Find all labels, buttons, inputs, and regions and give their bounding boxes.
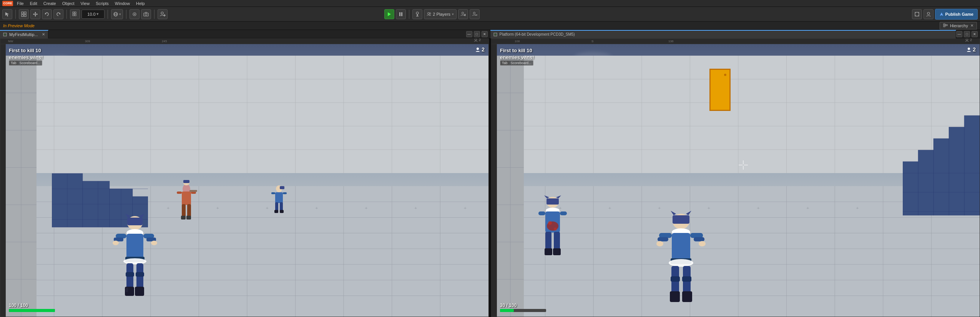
svg-rect-230	[545, 248, 552, 255]
world-button[interactable]: ▾	[111, 9, 123, 19]
account-button[interactable]	[924, 9, 933, 19]
menu-view[interactable]: View	[80, 1, 91, 6]
svg-point-242	[669, 259, 693, 267]
svg-rect-126	[183, 180, 189, 183]
grid-size-input[interactable]: 10.0 ▾	[81, 10, 105, 19]
viewport2-scene[interactable]: + + + + + + + + + +	[497, 44, 980, 317]
viewport2-hud-text: First to kill 10 enemies wins!	[500, 47, 534, 61]
svg-point-248	[699, 241, 706, 246]
viewport1-scene[interactable]: + + + + + + + + + +	[6, 44, 488, 317]
players-icon	[427, 12, 431, 17]
world-icon	[113, 12, 118, 17]
svg-rect-240	[672, 233, 690, 261]
viewport1-body[interactable]: + + + + + + + + + +	[0, 44, 488, 317]
svg-rect-252	[682, 276, 691, 282]
viewport2-scoreboard: Tab Scoreboard...	[500, 60, 533, 66]
snap-button[interactable]	[130, 9, 140, 19]
svg-point-255	[968, 48, 970, 50]
svg-rect-221	[546, 198, 559, 205]
svg-rect-2	[24, 12, 26, 14]
hierarchy-tab[interactable]: Hierarchy ✕	[940, 22, 977, 30]
svg-marker-46	[940, 13, 943, 16]
svg-point-38	[473, 12, 475, 14]
svg-point-35	[462, 12, 464, 14]
viewport2-tab[interactable]: Platform (64-bit Development PCD3D_SM5)	[490, 30, 957, 38]
svg-rect-13	[73, 12, 74, 13]
players-dropdown[interactable]: 2 Players ▾	[424, 9, 457, 19]
character-enemy-2	[271, 183, 287, 218]
menu-scripts[interactable]: Scripts	[95, 1, 110, 6]
svg-point-45	[927, 12, 930, 15]
viewport2-minimize-button[interactable]: —	[956, 31, 962, 37]
viewport2-maximize-button[interactable]: □	[964, 31, 970, 37]
add-player-icon	[159, 12, 166, 17]
tab-bar: MyFirstMultip... ✕ — □ ✕ Platform (64-bi…	[0, 30, 980, 38]
hierarchy-close-button[interactable]: ✕	[970, 23, 973, 28]
redo-button[interactable]	[53, 9, 63, 19]
menu-help[interactable]: Help	[135, 1, 146, 6]
recent-files-button[interactable]	[19, 9, 29, 19]
svg-rect-128	[280, 186, 284, 189]
svg-rect-53	[4, 33, 6, 36]
remove-player-button[interactable]	[470, 9, 480, 19]
svg-rect-16	[75, 14, 76, 16]
viewport1-minimize-button[interactable]: —	[466, 31, 472, 37]
svg-point-24	[161, 12, 163, 14]
viewport1-ruler-v	[0, 44, 6, 317]
viewport1-scoreboard: Tab Scoreboard...	[9, 60, 42, 66]
menu-object[interactable]: Object	[61, 1, 75, 6]
svg-rect-122	[187, 204, 191, 218]
toolbar-separator-5	[154, 10, 154, 19]
viewport1-tab-close[interactable]: ✕	[42, 32, 45, 36]
secondary-bar: In Preview Mode Hierarchy ✕	[0, 21, 980, 30]
svg-rect-134	[274, 210, 278, 213]
camera-button[interactable]	[141, 9, 151, 19]
svg-text:+: +	[266, 206, 269, 211]
play-button[interactable]	[384, 9, 394, 19]
pause-button[interactable]	[396, 9, 406, 19]
add-player-button[interactable]	[158, 9, 168, 19]
svg-rect-153	[136, 272, 144, 277]
svg-marker-27	[388, 12, 391, 16]
toolbar-separator-2	[66, 10, 67, 19]
svg-rect-209	[949, 127, 964, 215]
svg-text:+: +	[806, 206, 809, 211]
pause-icon	[399, 12, 403, 17]
svg-rect-121	[182, 204, 186, 218]
fullscreen-button[interactable]	[912, 9, 922, 19]
viewport2-close-button[interactable]: ✕	[972, 31, 978, 37]
publish-game-button[interactable]: Publish Game	[935, 9, 978, 20]
viewport1-player-count: 2	[475, 46, 485, 53]
playback-controls: 2 Players ▾	[384, 9, 480, 19]
svg-rect-131	[283, 192, 287, 194]
undo-icon	[44, 12, 50, 17]
viewport1-tab[interactable]: MyFirstMultip... ✕	[0, 30, 48, 38]
add-player-center-button[interactable]	[458, 9, 468, 19]
svg-text:+: +	[216, 206, 219, 211]
svg-text:+: +	[608, 206, 611, 211]
play-icon	[387, 12, 392, 17]
viewport1-maximize-button[interactable]: □	[474, 31, 480, 37]
viewport2-body[interactable]: + + + + + + + + + +	[492, 44, 980, 317]
svg-rect-49	[946, 25, 947, 26]
menu-window[interactable]: Window	[114, 1, 131, 6]
svg-rect-29	[401, 12, 402, 16]
menu-create[interactable]: Create	[43, 1, 57, 6]
svg-marker-139	[140, 214, 145, 218]
select-tool-button[interactable]	[2, 9, 12, 19]
svg-marker-7	[35, 12, 36, 13]
grid-button[interactable]	[70, 9, 80, 19]
menu-file[interactable]: File	[16, 1, 25, 6]
menu-edit[interactable]: Edit	[29, 1, 38, 6]
left-wall-2	[497, 56, 524, 317]
viewport1-close-button[interactable]: ✕	[482, 31, 488, 37]
svg-rect-135	[280, 210, 284, 213]
menu-items: File Edit Create Object View Scripts Win…	[16, 1, 146, 6]
svg-point-30	[416, 12, 419, 14]
joystick-button[interactable]	[412, 9, 422, 19]
svg-marker-10	[37, 13, 38, 15]
undo-button[interactable]	[42, 9, 52, 19]
svg-rect-130	[271, 192, 275, 194]
grid-icon	[21, 12, 27, 17]
move-tool-button[interactable]	[30, 9, 40, 19]
